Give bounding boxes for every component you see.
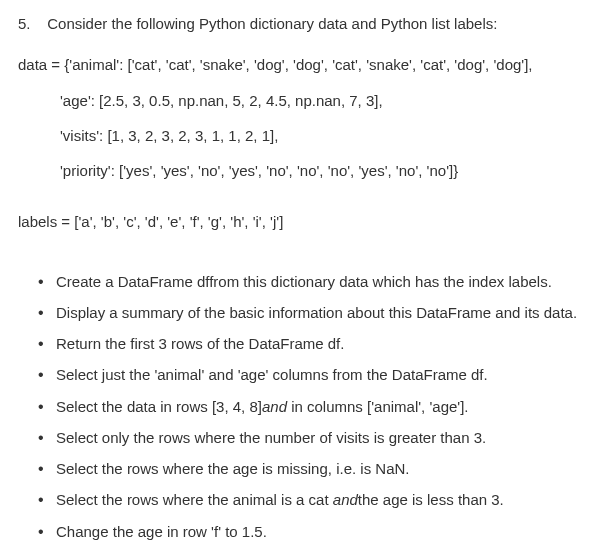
task-post: from this dictionary data which has the … — [209, 273, 552, 290]
question-text: Consider the following Python dictionary… — [47, 15, 497, 32]
task-item: Display a summary of the basic informati… — [38, 301, 582, 324]
task-item: Create a DataFrame dffrom this dictionar… — [38, 270, 582, 293]
task-list: Create a DataFrame dffrom this dictionar… — [18, 270, 582, 549]
code-block: data = {'animal': ['cat', 'cat', 'snake'… — [18, 53, 582, 233]
task-item: Select the rows where the animal is a ca… — [38, 488, 582, 511]
task-item: Select the rows where the age is missing… — [38, 457, 582, 480]
task-pre: Create a DataFrame df — [56, 273, 209, 290]
question-number: 5. — [18, 15, 31, 32]
task-pre: Return the first 3 rows of the DataFrame… — [56, 335, 344, 352]
task-pre: Select the rows where the age is missing… — [56, 460, 409, 477]
task-item: Change the age in row 'f' to 1.5. — [38, 520, 582, 543]
task-item: Select only the rows where the number of… — [38, 426, 582, 449]
task-ital: and — [262, 398, 287, 415]
code-data-line-4: 'priority': ['yes', 'yes', 'no', 'yes', … — [18, 159, 582, 182]
code-labels-line: labels = ['a', 'b', 'c', 'd', 'e', 'f', … — [18, 210, 582, 233]
code-data-line-1: data = {'animal': ['cat', 'cat', 'snake'… — [18, 53, 582, 76]
question-header: 5. Consider the following Python diction… — [18, 12, 582, 35]
task-ital: and — [333, 491, 358, 508]
task-item: Select the data in rows [3, 4, 8]and in … — [38, 395, 582, 418]
task-pre: Change the age in row 'f' to 1.5. — [56, 523, 267, 540]
task-pre: Select the rows where the animal is a ca… — [56, 491, 333, 508]
code-data-line-2: 'age': [2.5, 3, 0.5, np.nan, 5, 2, 4.5, … — [18, 89, 582, 112]
task-post: the age is less than 3. — [358, 491, 504, 508]
task-pre: Select the data in rows [3, 4, 8] — [56, 398, 262, 415]
code-data-line-3: 'visits': [1, 3, 2, 3, 2, 3, 1, 1, 2, 1]… — [18, 124, 582, 147]
task-pre: Select only the rows where the number of… — [56, 429, 486, 446]
task-post: in columns ['animal', 'age']. — [287, 398, 469, 415]
task-pre: Display a summary of the basic informati… — [56, 304, 577, 321]
task-pre: Select just the 'animal' and 'age' colum… — [56, 366, 488, 383]
task-item: Return the first 3 rows of the DataFrame… — [38, 332, 582, 355]
task-item: Select just the 'animal' and 'age' colum… — [38, 363, 582, 386]
